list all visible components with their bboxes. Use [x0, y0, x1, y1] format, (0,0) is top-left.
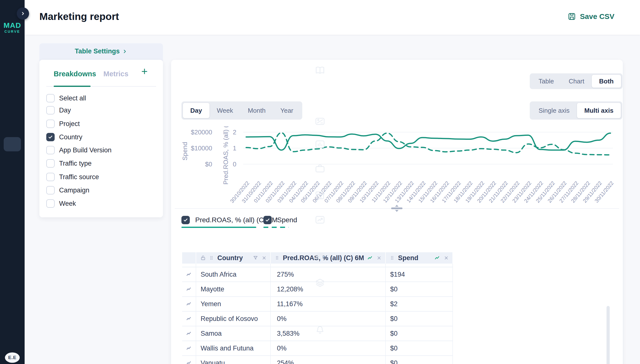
right-axis-tick: 2	[231, 128, 238, 136]
breakdown-option-day[interactable]: Day	[46, 106, 154, 115]
checkbox-icon[interactable]	[46, 94, 55, 102]
column-title: Spend	[398, 254, 418, 262]
brand-logo-top: MAD	[0, 22, 24, 29]
chevron-right-icon	[20, 10, 26, 17]
checkbox-icon[interactable]	[46, 120, 55, 128]
sidebar-item-briefcase[interactable]	[314, 163, 326, 174]
sidebar-item-storefront[interactable]	[314, 190, 326, 200]
close-icon[interactable]	[444, 255, 449, 261]
trend-icon[interactable]	[186, 271, 192, 278]
vertical-scrollbar[interactable]	[606, 306, 610, 364]
checkbox-checked-icon[interactable]	[182, 216, 190, 224]
period-switch-option-day[interactable]: Day	[183, 103, 210, 118]
cell-country: Vanuatu	[196, 356, 271, 364]
axis-mode-switch-option-single-axis[interactable]: Single axis	[531, 103, 577, 118]
sidebar	[0, 0, 24, 364]
legend-item-pred-roas[interactable]: Pred.ROAS, % (all) (C) 6M	[182, 216, 278, 224]
sidebar-item-bell[interactable]	[314, 324, 326, 335]
lock-icon[interactable]	[200, 255, 206, 261]
breakdown-option-label: Select all	[59, 94, 86, 102]
period-switch-option-week[interactable]: Week	[210, 103, 240, 118]
save-csv-button[interactable]: Save CSV	[568, 12, 614, 21]
table-row-wallis-and-futuna[interactable]: Wallis and Futuna0%$0	[182, 341, 453, 356]
cell-country: Mayotte	[196, 282, 271, 296]
period-switch-option-year[interactable]: Year	[273, 103, 301, 118]
sidebar-item-calculator[interactable]	[314, 116, 326, 127]
tab-metrics[interactable]: Metrics	[104, 70, 128, 78]
close-icon[interactable]	[376, 255, 382, 261]
table-row-yemen[interactable]: Yemen11,167%$2	[182, 297, 453, 312]
left-axis-title: Spend	[181, 136, 189, 160]
cell-pred-roas: 3,583%	[271, 326, 386, 340]
breakdown-option-week[interactable]: Week	[46, 199, 154, 208]
trend-icon[interactable]	[186, 286, 192, 292]
breakdown-option-traffic-type[interactable]: Traffic type	[46, 159, 154, 168]
column-title: Country	[217, 254, 243, 262]
trend-icon[interactable]	[186, 345, 192, 352]
cell-spend: $0	[386, 341, 453, 356]
checkbox-icon[interactable]	[46, 199, 55, 208]
trend-icon[interactable]	[367, 255, 374, 261]
close-icon[interactable]	[262, 255, 267, 261]
add-breakdown-button[interactable]: +	[141, 66, 148, 77]
period-switch-option-month[interactable]: Month	[240, 103, 273, 118]
breakdown-option-label: Campaign	[59, 186, 89, 194]
sidebar-item-banknote[interactable]	[314, 250, 326, 261]
sidebar-item-book-open[interactable]	[314, 65, 326, 76]
save-icon	[568, 12, 576, 21]
breakdown-option-campaign[interactable]: Campaign	[46, 186, 154, 195]
trend-icon[interactable]	[186, 301, 192, 307]
checkbox-icon[interactable]	[46, 159, 55, 168]
axis-mode-switch-option-multi-axis[interactable]: Multi axis	[577, 103, 621, 118]
breakdown-option-country[interactable]: Country	[46, 133, 154, 142]
sidebar-item-layers[interactable]	[314, 277, 326, 288]
grip-icon[interactable]	[390, 255, 395, 261]
brand-logo: MAD CURVE	[0, 22, 24, 33]
grip-icon[interactable]	[275, 255, 280, 261]
sidebar-item-photo-trend[interactable]	[314, 214, 326, 225]
trend-icon[interactable]	[434, 255, 440, 261]
breakdown-option-traffic-source[interactable]: Traffic source	[46, 172, 154, 182]
user-avatar[interactable]: E.E	[5, 352, 20, 363]
breakdown-option-project[interactable]: Project	[46, 119, 154, 128]
tab-breakdowns[interactable]: Breakdowns	[54, 70, 96, 78]
checkbox-checked-icon[interactable]	[46, 133, 55, 141]
cell-spend: $0	[386, 312, 453, 326]
cell-spend: $0	[386, 356, 453, 364]
divider-arrow-up-icon	[395, 205, 398, 207]
breakdown-option-app-build-version[interactable]: App Build Version	[46, 146, 154, 154]
checkbox-icon[interactable]	[46, 173, 55, 181]
cell-pred-roas: 0%	[271, 341, 386, 356]
series-pred-roas	[246, 133, 610, 150]
cell-country: Samoa	[196, 326, 271, 340]
checkbox-icon[interactable]	[46, 106, 55, 114]
table-row-vanuatu[interactable]: Vanuatu254%$0	[182, 356, 453, 364]
filter-icon[interactable]	[252, 255, 258, 261]
left-axis-tick: $20000	[183, 128, 212, 136]
book-open-icon	[314, 65, 326, 76]
axis-mode-switch: Single axisMulti axis	[530, 102, 622, 120]
view-mode-switch-option-both[interactable]: Both	[592, 75, 621, 88]
trend-icon[interactable]	[186, 316, 192, 322]
left-axis-tick: $0	[183, 160, 212, 168]
checkbox-checked-icon[interactable]	[264, 216, 272, 224]
grip-icon[interactable]	[209, 255, 214, 261]
view-mode-switch-option-table[interactable]: Table	[531, 75, 561, 88]
legend-item-spend[interactable]: Spend	[264, 216, 297, 224]
trend-icon[interactable]	[186, 360, 192, 364]
checkbox-icon[interactable]	[46, 146, 55, 154]
legend-line-sample-solid	[182, 227, 256, 228]
chevron-right-icon	[122, 49, 128, 54]
divider-drag-handle[interactable]	[391, 208, 402, 209]
briefcase-icon	[314, 163, 326, 174]
trend-icon[interactable]	[186, 330, 192, 337]
checkbox-icon[interactable]	[46, 186, 55, 194]
right-axis-title: Pred.ROAS, % (all) (C	[222, 126, 230, 184]
breakdown-option-label: Country	[59, 134, 82, 141]
cell-pred-roas: 254%	[271, 356, 386, 364]
sidebar-item-bar-chart[interactable]	[314, 139, 326, 150]
column-header-icons	[182, 252, 196, 264]
sidebar-expand-button[interactable]	[17, 8, 29, 20]
breakdown-option-select-all[interactable]: Select all	[46, 94, 154, 103]
view-mode-switch-option-chart[interactable]: Chart	[561, 75, 592, 88]
